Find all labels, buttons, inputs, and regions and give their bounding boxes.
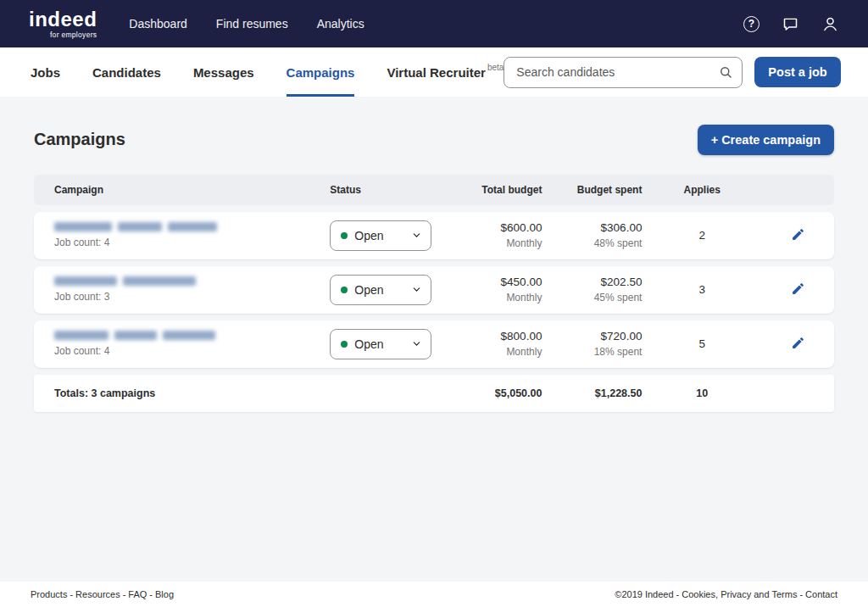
footer-link-contact[interactable]: Contact [805,589,837,599]
tab-campaigns[interactable]: Campaigns [287,47,355,97]
beta-badge: beta [487,63,504,72]
budget-spent-cell: $202.50 45% spent [542,276,642,304]
topnav-item-analytics[interactable]: Analytics [317,17,364,31]
tab-label: Virtual Recruiter [387,65,485,80]
edit-campaign-button[interactable] [787,278,809,302]
main-content: Campaigns + Create campaign Campaign Sta… [0,97,868,582]
applies-count: 2 [642,229,762,242]
redacted-text-blob [114,331,157,340]
redacted-text-blob [168,222,217,231]
total-budget-cell: $450.00 Monthly [454,276,542,304]
tab-label: Campaigns [287,65,355,80]
logo-subtitle: for employers [29,31,97,39]
totals-row: Totals: 3 campaigns $5,050.00 $1,228.50 … [34,375,834,412]
redacted-text-blob [54,276,117,286]
footer-link-cookies[interactable]: Cookies [682,589,715,599]
actions-cell [762,224,834,248]
column-header-status: Status [330,184,453,196]
separator: - [676,589,680,599]
footer-link-privacy-terms[interactable]: Privacy and Terms [721,589,797,599]
spent-percent: 18% spent [542,346,642,358]
status-dropdown[interactable]: Open [330,220,431,251]
logo-brand-text: indeed [29,9,97,30]
budget-period: Monthly [454,292,542,304]
applies-count: 3 [642,283,762,296]
footer-link-resources[interactable]: Resources [75,589,120,599]
budget-spent-value: $720.00 [542,330,642,342]
redacted-text-blob [54,331,108,340]
budget-spent-cell: $720.00 18% spent [542,330,642,358]
spent-percent: 48% spent [542,237,642,249]
account-icon[interactable] [821,15,839,33]
total-budget-cell: $600.00 Monthly [454,221,542,249]
search-icon [718,64,733,80]
chevron-down-icon [411,338,422,349]
search-input[interactable] [515,64,718,80]
footer-links-right: ©2019 Indeed-Cookies, Privacy and Terms-… [615,589,837,599]
tab-label: Jobs [31,65,60,80]
totals-label: Totals: 3 campaigns [34,387,330,399]
messages-icon[interactable] [782,15,799,33]
chevron-down-icon [411,284,422,295]
edit-campaign-button[interactable] [787,224,809,248]
indeed-logo[interactable]: indeed for employers [29,9,97,39]
search-box [504,57,743,88]
footer-link-products[interactable]: Products [31,589,67,599]
help-icon[interactable]: ? [743,16,760,32]
status-dot-icon [341,341,348,348]
topnav-items: Dashboard Find resumes Analytics [129,17,364,31]
actions-cell [762,278,834,302]
page-title: Campaigns [34,130,125,149]
subnav-right: Post a job [504,47,840,97]
create-campaign-button[interactable]: + Create campaign [698,125,834,155]
table-row: Job count: 3 Open $450.00 Monthly $202.5… [34,266,834,314]
page-header: Campaigns + Create campaign [34,119,834,161]
total-budget-value: $450.00 [454,276,542,288]
campaign-cell: Job count: 4 [34,222,330,248]
column-header-applies: Applies [642,184,762,196]
status-label: Open [354,337,383,351]
topnav-item-dashboard[interactable]: Dashboard [129,17,187,31]
budget-spent-cell: $306.00 48% spent [542,221,642,249]
totals-applies: 10 [642,387,762,399]
status-cell: Open [330,220,453,251]
campaign-name-redacted[interactable] [54,331,330,340]
pencil-icon [791,336,805,350]
secondary-navbar: Jobs Candidates Messages Campaigns Virtu… [0,47,868,97]
footer-link-blog[interactable]: Blog [155,589,174,599]
pencil-icon [791,227,805,242]
tab-virtual-recruiter[interactable]: Virtual Recruiter beta [387,47,504,97]
tab-candidates[interactable]: Candidates [92,47,161,97]
tab-jobs[interactable]: Jobs [31,47,60,97]
budget-period: Monthly [454,346,542,358]
pencil-icon [791,281,805,296]
total-budget-cell: $800.00 Monthly [454,330,542,358]
separator: - [149,589,153,599]
footer: Products-Resources-FAQ-Blog ©2019 Indeed… [0,582,868,607]
redacted-text-blob [163,331,215,340]
tab-messages[interactable]: Messages [193,47,254,97]
separator: - [123,589,126,599]
job-count: Job count: 4 [54,345,330,357]
campaign-name-redacted[interactable] [54,276,330,286]
create-campaign-label: Create campaign [721,133,821,147]
status-dropdown[interactable]: Open [330,275,431,305]
search-button[interactable] [718,64,733,80]
separator: - [70,589,73,599]
redacted-text-blob [118,222,162,231]
status-dropdown[interactable]: Open [330,329,431,359]
footer-links-left: Products-Resources-FAQ-Blog [31,589,174,599]
table-header-row: Campaign Status Total budget Budget spen… [34,175,834,205]
budget-spent-value: $202.50 [542,276,642,288]
top-navbar: indeed for employers Dashboard Find resu… [0,0,868,47]
status-cell: Open [330,275,453,305]
budget-period: Monthly [454,237,542,249]
edit-campaign-button[interactable] [787,332,809,356]
chevron-down-icon [411,230,422,241]
footer-link-faq[interactable]: FAQ [128,589,147,599]
status-dot-icon [341,232,348,239]
actions-cell [762,332,834,356]
topnav-item-find-resumes[interactable]: Find resumes [216,17,288,31]
post-a-job-button[interactable]: Post a job [754,57,840,87]
campaign-name-redacted[interactable] [54,222,330,231]
